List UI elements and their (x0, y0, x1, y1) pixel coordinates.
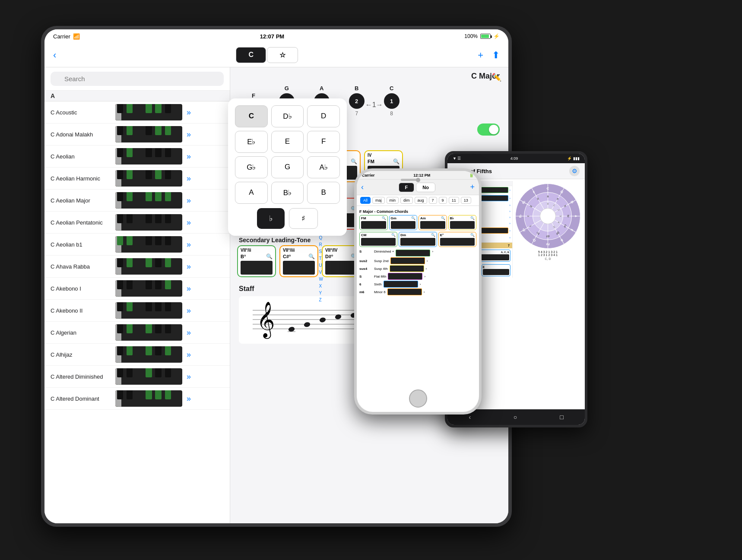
android-recent-btn[interactable]: □ (560, 414, 563, 421)
phone-chord-search[interactable]: 🔍 (411, 216, 415, 220)
favorite-tab[interactable]: ☆ (267, 47, 298, 63)
phone-chord-card[interactable]: E°🔍 (438, 232, 476, 247)
phone-chord-card[interactable]: Dm🔍 (399, 232, 437, 247)
phone-back-btn[interactable]: ‹ (361, 183, 364, 192)
key-tab-c[interactable]: C (236, 47, 266, 63)
toggle-switch[interactable] (477, 123, 500, 136)
scale-arrow[interactable]: » (187, 240, 191, 249)
scale-arrow[interactable]: » (187, 372, 191, 381)
scale-item[interactable]: C Acoustic» (44, 101, 230, 123)
alpha-nav-u[interactable]: U (319, 263, 323, 269)
phone-chord-piano (400, 238, 435, 246)
alpha-nav-v[interactable]: V (319, 269, 323, 275)
chord-search-icon[interactable]: 🔍 (266, 253, 273, 259)
scale-arrow[interactable]: » (187, 130, 191, 139)
phone-filter-13[interactable]: 13 (461, 197, 471, 204)
alpha-nav-w[interactable]: W (319, 276, 323, 282)
android-settings-icon[interactable]: ⚙ (569, 166, 580, 176)
scale-arrow[interactable]: » (187, 174, 191, 183)
android-home-btn[interactable]: ○ (514, 414, 517, 421)
key-btn-db[interactable]: D♭ (271, 105, 304, 127)
phone-filter-min[interactable]: min (387, 197, 399, 204)
phone-chord-card[interactable]: B♭🔍 (448, 215, 477, 230)
phone-chord-card[interactable]: Am🔍 (419, 215, 447, 230)
key-btn-bb[interactable]: B♭ (271, 182, 304, 204)
scale-arrow[interactable]: » (187, 328, 191, 337)
phone-chord-card[interactable]: FM🔍 (359, 215, 388, 230)
scale-arrow[interactable]: » (187, 152, 191, 161)
key-btn-gb[interactable]: G♭ (235, 156, 268, 178)
scale-item[interactable]: C Akebono I» (44, 278, 230, 300)
key-btn-ab[interactable]: A♭ (307, 156, 340, 178)
search-input[interactable] (51, 72, 224, 86)
scale-arrow[interactable]: » (187, 306, 191, 315)
scale-item[interactable]: C Altered Dominant» (44, 388, 230, 410)
scale-arrow[interactable]: » (187, 350, 191, 359)
edit-button[interactable]: ✏️ (492, 73, 501, 82)
phone-key-tab[interactable]: F (399, 183, 415, 192)
scale-item[interactable]: C Aeolian Pentatonic» (44, 212, 230, 234)
scale-item[interactable]: C Aeolian Harmonic» (44, 168, 230, 190)
alpha-nav-r[interactable]: R (319, 242, 323, 248)
scale-item[interactable]: C Aeolian Major» (44, 190, 230, 212)
chord-search-icon[interactable]: 🔍 (393, 158, 400, 165)
flat-button[interactable]: ♭ (257, 208, 285, 229)
key-btn-a[interactable]: A (235, 182, 268, 204)
scale-arrow[interactable]: » (187, 284, 191, 293)
back-button[interactable]: ‹ (53, 50, 56, 61)
scale-item[interactable]: C Akebono II» (44, 300, 230, 322)
chord-card[interactable]: VII°/iiiC#°🔍 (279, 245, 318, 277)
phone-chord-search[interactable]: 🔍 (470, 216, 475, 220)
key-btn-d[interactable]: D (307, 105, 340, 127)
alpha-nav-z[interactable]: Z (319, 297, 323, 303)
key-btn-g[interactable]: G (271, 156, 304, 178)
scale-arrow[interactable]: » (187, 108, 191, 117)
phone-filter-maj[interactable]: maj (372, 197, 385, 204)
android-back-btn[interactable]: ‹ (469, 414, 471, 421)
alpha-nav-x[interactable]: X (319, 283, 323, 289)
phone-filter-9[interactable]: 9 (439, 197, 447, 204)
sharp-button[interactable]: ♯ (289, 208, 318, 229)
phone-no-tab[interactable]: No (416, 183, 435, 192)
scale-item[interactable]: C Ahava Rabba» (44, 256, 230, 278)
scale-item[interactable]: C Aeolian» (44, 146, 230, 168)
alpha-nav-s[interactable]: S (319, 249, 323, 255)
chord-search-icon[interactable]: 🔍 (308, 253, 315, 259)
phone-add-btn[interactable]: + (470, 183, 475, 192)
phone-filter-dim[interactable]: dim (400, 197, 413, 204)
key-btn-f[interactable]: F (307, 131, 340, 153)
phone-home-button[interactable] (409, 389, 427, 408)
scale-arrow[interactable]: » (187, 262, 191, 271)
phone-chord-search[interactable]: 🔍 (391, 233, 396, 237)
phone-chord-search[interactable]: 🔍 (441, 216, 445, 220)
scale-item[interactable]: C Altered Diminished» (44, 366, 230, 388)
scale-item[interactable]: C Algerian» (44, 322, 230, 344)
chord-card[interactable]: VII°/iiB°🔍 (237, 245, 276, 277)
add-button[interactable]: + (478, 50, 483, 61)
share-button[interactable]: ⬆ (492, 50, 500, 61)
scale-arrow[interactable]: » (187, 218, 191, 227)
alpha-nav-q[interactable]: Q (319, 235, 323, 241)
phone-chord-search[interactable]: 🔍 (431, 233, 435, 237)
scale-arrow[interactable]: » (187, 394, 191, 403)
phone-filter-all[interactable]: All (360, 197, 371, 204)
chord-search-icon[interactable]: 🔍 (351, 158, 357, 165)
phone-filter-aug[interactable]: aug (415, 197, 427, 204)
phone-filter-7[interactable]: 7 (429, 197, 437, 204)
key-btn-e[interactable]: E (271, 131, 304, 153)
key-btn-c[interactable]: C (235, 105, 268, 127)
phone-chord-card[interactable]: CM🔍 (359, 232, 397, 247)
key-btn-b[interactable]: B (307, 182, 340, 204)
scale-item[interactable]: C Aeolian b1» (44, 234, 230, 256)
scale-item[interactable]: C Alhijaz» (44, 344, 230, 366)
alpha-nav-t[interactable]: T (319, 256, 323, 262)
piano-strip (115, 258, 182, 275)
key-btn-eb[interactable]: E♭ (235, 131, 268, 153)
phone-chord-search[interactable]: 🔍 (382, 216, 386, 220)
phone-chord-card[interactable]: Gm🔍 (389, 215, 418, 230)
phone-chord-search[interactable]: 🔍 (470, 233, 475, 237)
alpha-nav-y[interactable]: Y (319, 290, 323, 296)
scale-arrow[interactable]: » (187, 196, 191, 205)
scale-item[interactable]: C Adonai Malakh» (44, 123, 230, 146)
phone-filter-11[interactable]: 11 (449, 197, 459, 204)
